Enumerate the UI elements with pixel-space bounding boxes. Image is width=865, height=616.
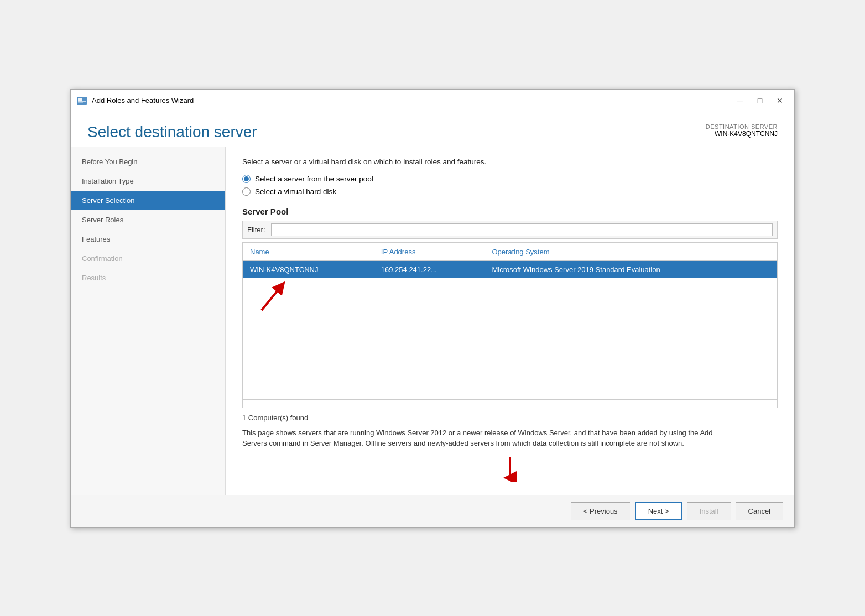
row-name: WIN-K4V8QNTCNNJ (243, 260, 374, 278)
window-title: Add Roles and Features Wizard (92, 96, 194, 105)
close-button[interactable]: ✕ (771, 93, 789, 108)
cancel-button[interactable]: Cancel (736, 502, 783, 520)
page-header: Select destination server DESTINATION SE… (71, 112, 794, 147)
server-pool-title: Server Pool (242, 207, 778, 216)
destination-value: WIN-K4V8QNTCNNJ (706, 130, 778, 138)
previous-button[interactable]: < Previous (571, 502, 630, 520)
info-text: This page shows servers that are running… (242, 427, 718, 449)
radio-virtual-disk[interactable]: Select a virtual hard disk (242, 187, 778, 196)
col-name[interactable]: Name (243, 243, 374, 260)
computers-found: 1 Computer(s) found (242, 414, 778, 422)
radio-vhd-label[interactable]: Select a virtual hard disk (255, 187, 336, 196)
radio-group: Select a server from the server pool Sel… (242, 175, 778, 196)
titlebar-controls: ─ □ ✕ (731, 93, 789, 108)
col-os[interactable]: Operating System (486, 243, 777, 260)
row-os: Microsoft Windows Server 2019 Standard E… (486, 260, 777, 278)
minimize-button[interactable]: ─ (731, 93, 749, 108)
filter-input[interactable] (271, 223, 773, 236)
filter-row: Filter: (242, 221, 778, 239)
row-ip: 169.254.241.22... (374, 260, 486, 278)
wizard-icon (76, 95, 87, 106)
titlebar: Add Roles and Features Wizard ─ □ ✕ (71, 90, 794, 112)
sidebar-item-features[interactable]: Features (71, 229, 225, 249)
radio-vhd-input[interactable] (242, 187, 251, 196)
main-content: Select a server or a virtual hard disk o… (226, 147, 794, 495)
col-ip[interactable]: IP Address (374, 243, 486, 260)
filter-label: Filter: (247, 226, 265, 234)
table-row[interactable]: WIN-K4V8QNTCNNJ 169.254.241.22... Micros… (243, 260, 777, 278)
sidebar-item-server-selection[interactable]: Server Selection (71, 191, 225, 210)
svg-rect-2 (78, 101, 86, 102)
server-table-wrapper: Name IP Address Operating System WIN-K4V… (242, 242, 778, 408)
content-area: Before You Begin Installation Type Serve… (71, 147, 794, 495)
next-button[interactable]: Next > (635, 502, 682, 520)
radio-pool-input[interactable] (242, 175, 251, 183)
install-button[interactable]: Install (687, 502, 731, 520)
maximize-button[interactable]: □ (751, 93, 769, 108)
destination-label: DESTINATION SERVER (706, 123, 778, 130)
svg-rect-1 (78, 98, 82, 101)
footer: < Previous Next > Install Cancel (71, 495, 794, 527)
radio-pool-label[interactable]: Select a server from the server pool (255, 175, 373, 183)
radio-server-pool[interactable]: Select a server from the server pool (242, 175, 778, 183)
page-title: Select destination server (87, 123, 257, 141)
sidebar-item-installation-type[interactable]: Installation Type (71, 171, 225, 191)
sidebar-item-confirmation: Confirmation (71, 249, 225, 268)
empty-row (243, 278, 777, 400)
red-arrow-down-icon (496, 455, 524, 482)
server-table-container: Name IP Address Operating System WIN-K4V… (242, 242, 778, 408)
red-arrow-bottom-container (242, 455, 778, 484)
server-table: Name IP Address Operating System WIN-K4V… (243, 243, 777, 400)
sidebar-item-server-roles[interactable]: Server Roles (71, 210, 225, 229)
main-description: Select a server or a virtual hard disk o… (242, 158, 778, 166)
sidebar-item-before-you-begin[interactable]: Before You Begin (71, 152, 225, 171)
destination-server-info: DESTINATION SERVER WIN-K4V8QNTCNNJ (706, 123, 778, 138)
titlebar-left: Add Roles and Features Wizard (76, 95, 194, 106)
sidebar-item-results: Results (71, 268, 225, 288)
svg-rect-3 (78, 102, 83, 103)
sidebar: Before You Begin Installation Type Serve… (71, 147, 226, 495)
main-window: Add Roles and Features Wizard ─ □ ✕ Sele… (70, 89, 795, 528)
